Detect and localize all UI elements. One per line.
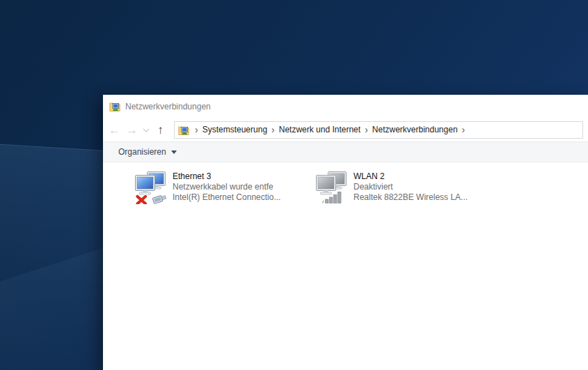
connection-name: Ethernet 3 [173,171,280,182]
dropdown-caret-icon [171,151,177,154]
title-bar: Netzwerkverbindungen [103,95,588,118]
up-button[interactable]: ↑ [152,121,169,139]
navigation-bar: ← → ↑ › Systemsteuerung › Netzwerk und I… [103,118,588,141]
connection-ethernet3[interactable]: Ethernet 3 Netzwerkkabel wurde entfe Int… [134,171,315,204]
organize-button[interactable]: Organisieren [118,147,177,157]
network-connections-window: Netzwerkverbindungen ← → ↑ › Systemsteue… [103,95,588,370]
breadcrumb-item-netzwerkverbindungen[interactable]: Netzwerkverbindungen [372,122,458,138]
address-location-icon [178,125,189,136]
connection-device: Realtek 8822BE Wireless LA... [353,192,468,203]
command-toolbar: Organisieren [103,141,588,162]
breadcrumb-chevron-icon[interactable]: › [191,122,202,138]
network-connections-folder-icon [109,101,120,112]
connection-wlan2[interactable]: WLAN 2 Deaktiviert Realtek 8822BE Wirele… [315,171,496,204]
address-bar[interactable]: › Systemsteuerung › Netzwerk und Interne… [174,121,583,139]
connection-name: WLAN 2 [353,171,468,182]
window-title: Netzwerkverbindungen [125,102,211,111]
recent-locations-chevron-icon[interactable] [141,121,152,139]
back-button[interactable]: ← [106,121,123,139]
organize-label: Organisieren [118,147,166,157]
breadcrumb-chevron-icon[interactable]: › [458,122,470,138]
connection-status: Deaktiviert [353,182,468,192]
forward-button[interactable]: → [123,121,141,139]
breadcrumb-item-systemsteuerung[interactable]: Systemsteuerung [202,122,267,138]
connection-status: Netzwerkkabel wurde entfe [173,182,280,192]
connections-list: Ethernet 3 Netzwerkkabel wurde entfe Int… [103,162,588,370]
breadcrumb-item-netzwerk-und-internet[interactable]: Netzwerk und Internet [279,122,360,138]
wifi-disabled-icon [315,171,349,204]
breadcrumb-chevron-icon[interactable]: › [267,122,279,138]
connection-device: Intel(R) Ethernet Connectio... [173,192,280,203]
breadcrumb-chevron-icon[interactable]: › [360,122,372,138]
ethernet-disconnected-icon [134,171,168,204]
